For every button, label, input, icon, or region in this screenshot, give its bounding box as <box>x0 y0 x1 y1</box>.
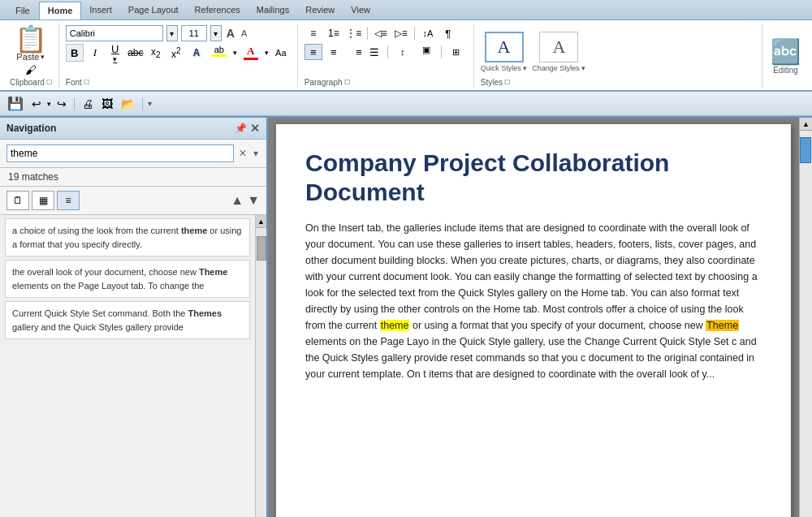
nav-scrollbar-thumb[interactable] <box>257 236 266 261</box>
nav-search-options-dropdown[interactable]: ▾ <box>252 148 260 159</box>
align-right-button[interactable]: ≡ <box>345 44 363 60</box>
font-name-input[interactable] <box>66 25 163 41</box>
print-quick-button[interactable]: 🖼 <box>99 96 115 112</box>
nav-result-item-1[interactable]: a choice of using the look from the curr… <box>5 218 250 256</box>
line-spacing-button[interactable]: ↕ <box>392 44 413 60</box>
nav-search-input[interactable] <box>6 144 234 162</box>
paragraph-row2: ≡ ≡ ≡ ☰ ↕ ▣ ⊞ <box>304 44 467 60</box>
nav-results-view-button[interactable]: ≡ <box>57 191 80 210</box>
tab-home[interactable]: Home <box>39 2 82 19</box>
text-effects-button[interactable]: A <box>188 44 205 62</box>
nav-results-list: a choice of using the look from the curr… <box>0 215 266 517</box>
superscript-button[interactable]: x2 <box>167 44 185 62</box>
underline-button[interactable]: U ▾ <box>106 44 124 62</box>
text-highlight-button[interactable]: ab <box>208 44 231 62</box>
document-scrollbar: ▲ ▼ <box>799 118 812 517</box>
multilevel-list-button[interactable]: ⋮≡ <box>345 25 363 41</box>
nav-pages-view-button[interactable]: ▦ <box>32 191 54 210</box>
ribbon-content: 📋 Paste ▾ 🖌 Clipboard ☐ ▾ ▾ A <box>0 20 812 92</box>
numbering-button[interactable]: 1≡ <box>325 25 343 41</box>
styles-expand-icon[interactable]: ☐ <box>504 79 510 86</box>
justify-button[interactable]: ☰ <box>365 44 383 60</box>
undo-dropdown[interactable]: ▾ <box>47 100 51 108</box>
nav-pane-scrollbar: ▲ ▼ <box>255 215 266 517</box>
subscript-button[interactable]: x2 <box>147 44 165 62</box>
nav-result-item-3[interactable]: Current Quick Style Set command. Both th… <box>5 301 250 339</box>
tab-mailings[interactable]: Mailings <box>248 2 297 19</box>
open-button[interactable]: 📂 <box>119 96 137 112</box>
doc-scrollbar-up-arrow[interactable]: ▲ <box>800 118 812 131</box>
increase-indent-button[interactable]: ▷≡ <box>392 25 410 41</box>
ribbon: File Home Insert Page Layout References … <box>0 0 812 92</box>
nav-header-controls: 📌 ✕ <box>235 122 260 135</box>
clipboard-expand-icon[interactable]: ☐ <box>46 79 52 86</box>
nav-search-clear[interactable]: ✕ <box>237 148 248 159</box>
font-name-dropdown[interactable]: ▾ <box>166 25 178 41</box>
shading-button[interactable]: ▣ <box>416 44 437 60</box>
align-center-button[interactable]: ≡ <box>325 44 343 60</box>
highlight-dropdown[interactable]: ▾ <box>233 49 237 57</box>
align-left-button[interactable]: ≡ <box>304 44 322 60</box>
document-page: Company Project Collaboration Document O… <box>276 124 791 517</box>
paste-dropdown-arrow: ▾ <box>41 53 45 61</box>
doc-scrollbar-thumb[interactable] <box>800 137 811 163</box>
navigation-pane: Navigation 📌 ✕ ✕ ▾ 19 matches 🗒 ▦ ≡ ▲ <box>0 118 268 517</box>
tab-insert[interactable]: Insert <box>81 2 120 19</box>
paste-icon: 📋 <box>15 26 47 52</box>
styles-group-label: Styles ☐ <box>481 78 755 87</box>
nav-close-button[interactable]: ✕ <box>250 122 260 135</box>
nav-prev-button[interactable]: ▲ <box>231 194 244 207</box>
nav-result-item-2[interactable]: the overall look of your document, choos… <box>5 260 250 298</box>
editing-icon: 🔤 <box>771 37 801 66</box>
tab-page-layout[interactable]: Page Layout <box>120 2 187 19</box>
quick-styles-button[interactable]: A Quick Styles ▾ <box>481 32 528 72</box>
underline-dropdown: ▾ <box>113 55 117 63</box>
change-styles-button[interactable]: A Change Styles ▾ <box>532 32 585 72</box>
paste-button[interactable]: 📋 Paste ▾ <box>15 25 47 62</box>
tab-references[interactable]: References <box>187 2 248 19</box>
show-formatting-button[interactable]: ¶ <box>439 25 457 41</box>
document-scroll-area: Company Project Collaboration Document O… <box>268 118 799 517</box>
font-expand-icon[interactable]: ☐ <box>84 79 89 86</box>
nav-scrollbar-track <box>256 228 267 517</box>
borders-button[interactable]: ⊞ <box>446 44 467 60</box>
decrease-indent-button[interactable]: ◁≡ <box>372 25 390 41</box>
main-area: Navigation 📌 ✕ ✕ ▾ 19 matches 🗒 ▦ ≡ ▲ <box>0 116 812 517</box>
font-size-input[interactable] <box>181 25 207 41</box>
paragraph-group: ≡ 1≡ ⋮≡ ◁≡ ▷≡ ↕A ¶ ≡ ≡ ≡ ☰ ↕ ▣ <box>298 24 474 88</box>
styles-buttons: A Quick Styles ▾ A Change Styles ▾ <box>481 25 755 78</box>
font-group: ▾ ▾ A A B I U ▾ abc x2 x2 A ab <box>59 24 298 88</box>
font-color-button[interactable]: A <box>240 44 262 62</box>
nav-pin-button[interactable]: 📌 <box>235 123 247 134</box>
qat-customize[interactable]: ▾ <box>148 99 152 108</box>
paste-label[interactable]: Paste ▾ <box>16 52 45 62</box>
clipboard-group-label: Clipboard ☐ <box>10 78 52 87</box>
format-painter-icon[interactable]: 🖌 <box>25 63 37 76</box>
font-group-label: Font ☐ <box>66 78 291 87</box>
bullets-button[interactable]: ≡ <box>304 25 322 41</box>
shrink-font-button[interactable]: A <box>240 28 248 38</box>
paragraph-expand-icon[interactable]: ☐ <box>344 79 350 86</box>
font-size-dropdown[interactable]: ▾ <box>210 25 222 41</box>
bold-button[interactable]: B <box>66 44 84 62</box>
print-preview-button[interactable]: 🖨 <box>80 96 96 112</box>
change-case-button[interactable]: Aa <box>271 44 291 62</box>
nav-headings-view-button[interactable]: 🗒 <box>6 191 29 210</box>
italic-button[interactable]: I <box>86 44 104 62</box>
strikethrough-button[interactable]: abc <box>127 44 145 62</box>
nav-view-controls: 🗒 ▦ ≡ ▲ ▼ <box>0 187 266 215</box>
grow-font-button[interactable]: A <box>225 27 236 40</box>
redo-button[interactable]: ↪ <box>54 96 69 112</box>
clipboard-paste-options: 🖌 <box>25 63 37 76</box>
tab-file[interactable]: File <box>6 2 39 19</box>
nav-scrollbar-up-arrow[interactable]: ▲ <box>256 215 267 228</box>
quick-access-toolbar: 💾 ↩ ▾ ↪ 🖨 🖼 📂 ▾ <box>0 92 812 116</box>
font-color-dropdown[interactable]: ▾ <box>265 49 269 57</box>
undo-button[interactable]: ↩ <box>29 96 44 112</box>
save-button[interactable]: 💾 <box>5 94 26 113</box>
nav-pane-header: Navigation 📌 ✕ <box>0 118 266 140</box>
tab-review[interactable]: Review <box>297 2 343 19</box>
sort-button[interactable]: ↕A <box>419 25 437 41</box>
tab-view[interactable]: View <box>343 2 378 19</box>
nav-next-button[interactable]: ▼ <box>247 194 260 207</box>
